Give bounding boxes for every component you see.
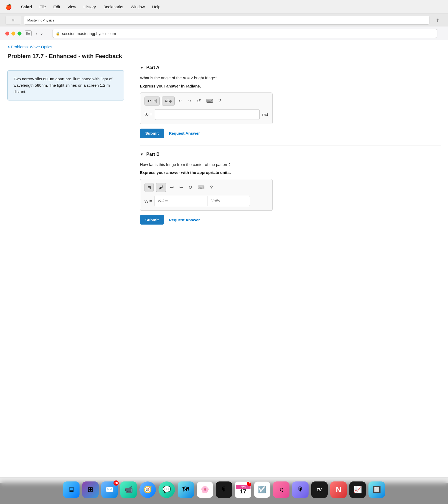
dock-news[interactable]: N	[330, 481, 347, 498]
radical-icon: √	[150, 98, 151, 102]
part-a-submit[interactable]: Submit	[140, 129, 164, 138]
mail-badge: 38	[113, 480, 119, 486]
browser-tab-bar: ⊞ MasteringPhysics ⬆	[0, 14, 448, 27]
mac-watermark: MacBook Pro	[412, 471, 437, 475]
svg-rect-3	[28, 34, 30, 35]
part-b-instruction: Express your answer with the appropriate…	[140, 170, 441, 175]
reset-button[interactable]: ↺	[195, 97, 203, 105]
lock-icon: 🔒	[56, 32, 60, 36]
part-a-section: ▼ Part A What is the angle of the m = 2 …	[140, 65, 441, 138]
math-template-button[interactable]: ■ √ □	[144, 97, 160, 106]
forward-button[interactable]: ›	[40, 31, 44, 36]
apple-menu[interactable]: 🍎	[5, 4, 12, 10]
part-b-redo[interactable]: ↪	[178, 183, 185, 191]
part-b-answer-box: ⊞ μÅ ↩ ↪ ↺ ⌨ ? y₂ =	[140, 179, 273, 211]
dock-maps[interactable]: 🗺	[178, 481, 194, 498]
back-button[interactable]: ‹	[35, 31, 38, 36]
menu-edit[interactable]: Edit	[53, 5, 60, 9]
part-a-input-row: θ₂ = rad	[144, 109, 268, 120]
part-b-collapse[interactable]: ▼	[140, 152, 144, 156]
news-icon: N	[336, 485, 341, 494]
dock-keynote[interactable]: 🔲	[368, 481, 385, 498]
undo-button[interactable]: ↩	[177, 97, 184, 105]
part-a-answer-box: ■ √ □ ΑΣφ ↩ ↪ ↺ ⌨ ? θ₂ =	[140, 93, 273, 124]
dock-messages[interactable]: 💬	[159, 481, 175, 498]
dock-launchpad[interactable]: ⊞	[82, 481, 99, 498]
dock-reminders[interactable]: ☑️	[254, 481, 270, 498]
part-b-request-answer[interactable]: Request Answer	[169, 218, 200, 222]
url-text: session.masteringphysics.com	[62, 31, 116, 36]
minimize-button[interactable]	[11, 32, 15, 36]
grid-icon: ⊞	[147, 185, 151, 190]
part-a-input[interactable]	[155, 109, 260, 120]
part-b-section: ▼ Part B How far is this fringe from the…	[140, 152, 441, 225]
grid-button[interactable]: ⊞	[144, 183, 154, 192]
new-tab-button[interactable]: ⊞	[5, 16, 21, 25]
menu-help[interactable]: Help	[152, 5, 160, 9]
dock-podcasts[interactable]: 🎙	[292, 481, 309, 498]
dock-facetime[interactable]: 📹	[120, 481, 137, 498]
part-a-instruction: Express your answer in radians.	[140, 84, 441, 88]
dock-calendar[interactable]: APR 17 3	[235, 481, 251, 498]
launchpad-icon: ⊞	[87, 485, 93, 494]
part-a-toolbar: ■ √ □ ΑΣφ ↩ ↪ ↺ ⌨ ?	[144, 97, 268, 106]
part-a-question: What is the angle of the m = 2 bright fr…	[140, 75, 441, 81]
reminders-icon: ☑️	[258, 485, 266, 494]
svg-rect-0	[26, 32, 28, 35]
part-separator	[140, 146, 441, 146]
unit-button[interactable]: μÅ	[156, 183, 166, 192]
breadcrumb[interactable]: < Problems: Wave Optics	[0, 40, 448, 51]
stocks-icon: 📈	[353, 485, 362, 494]
tv-icon: tv	[317, 487, 322, 493]
calendar-badge: 3	[247, 481, 251, 486]
part-b-submit[interactable]: Submit	[140, 215, 164, 225]
close-button[interactable]	[5, 32, 9, 36]
menu-window[interactable]: Window	[131, 5, 145, 9]
dock-voice[interactable]: 🎙	[216, 481, 232, 498]
menu-bar: 🍎 Safari File Edit View History Bookmark…	[0, 0, 448, 14]
keyboard-button[interactable]: ⌨	[205, 97, 215, 105]
calendar-day: 17	[240, 489, 246, 494]
menu-safari[interactable]: Safari	[21, 5, 32, 9]
safari-icon: 🧭	[143, 485, 152, 494]
nav-arrows: ‹ ›	[35, 31, 44, 36]
part-b-units-input[interactable]	[208, 196, 250, 206]
dock-music[interactable]: ♫	[273, 481, 289, 498]
problem-text: Two narrow slits 60 μm apart are illumin…	[14, 77, 112, 94]
menu-view[interactable]: View	[68, 5, 76, 9]
fullscreen-button[interactable]	[17, 32, 21, 36]
dock-safari[interactable]: 🧭	[139, 481, 156, 498]
part-b-title: Part B	[146, 152, 160, 157]
part-b-actions: Submit Request Answer	[140, 215, 441, 225]
browser-controls: ‹ › 🔒 session.masteringphysics.com	[0, 27, 448, 40]
menu-bookmarks[interactable]: Bookmarks	[103, 5, 123, 9]
part-b-keyboard[interactable]: ⌨	[196, 183, 206, 191]
share-icon[interactable]: ⬆	[432, 16, 443, 25]
part-b-value-input[interactable]	[155, 196, 208, 206]
greek-symbols-button[interactable]: ΑΣφ	[162, 97, 175, 106]
part-b-undo[interactable]: ↩	[168, 183, 175, 191]
podcasts-icon: 🎙	[297, 485, 304, 494]
menu-file[interactable]: File	[39, 5, 46, 9]
menu-history[interactable]: History	[84, 5, 96, 9]
dock-appletv[interactable]: tv	[311, 481, 328, 498]
redo-button[interactable]: ↪	[186, 97, 193, 105]
part-b-help[interactable]: ?	[208, 184, 214, 191]
browser-tab[interactable]: MasteringPhysics	[24, 16, 429, 25]
part-a-collapse[interactable]: ▼	[140, 65, 144, 70]
help-button[interactable]: ?	[217, 97, 223, 105]
facetime-icon: 📹	[124, 485, 133, 494]
part-a-request-answer[interactable]: Request Answer	[169, 131, 200, 135]
photos-icon: 🌸	[201, 485, 209, 494]
part-b-reset[interactable]: ↺	[187, 183, 194, 191]
address-bar[interactable]: 🔒 session.masteringphysics.com	[52, 29, 437, 38]
dock-stocks[interactable]: 📈	[349, 481, 366, 498]
sidebar-toggle[interactable]	[25, 30, 32, 36]
dock-photos[interactable]: 🌸	[197, 481, 213, 498]
part-a-unit: rad	[262, 112, 268, 117]
dock-mail[interactable]: ✉️ 38	[101, 481, 118, 498]
part-b-label: y₂ =	[144, 199, 152, 204]
greek-label: ΑΣφ	[165, 99, 172, 103]
maps-icon: 🗺	[182, 485, 189, 494]
dock-finder[interactable]: 🖥	[63, 481, 80, 498]
